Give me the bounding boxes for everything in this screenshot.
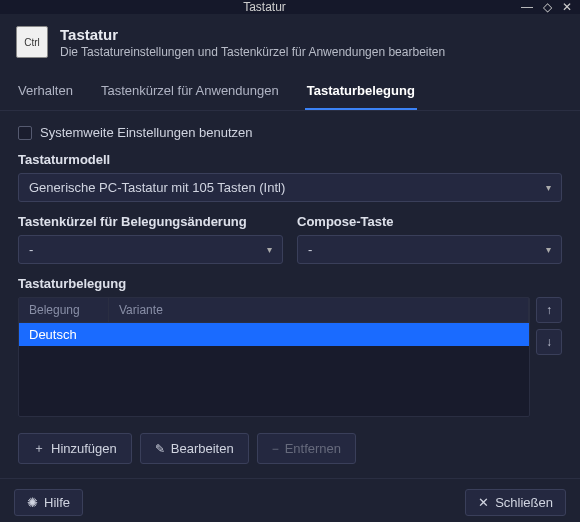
content: Systemweite Einstellungen benutzen Tasta… bbox=[0, 111, 580, 478]
add-button[interactable]: ＋ Hinzufügen bbox=[18, 433, 132, 464]
shortcut-value: - bbox=[29, 242, 33, 257]
compose-section: Compose-Taste - ▾ bbox=[297, 214, 562, 264]
layout-section: Tastaturbelegung Belegung Variante Deuts… bbox=[18, 276, 562, 417]
header-text: Tastatur Die Tastatureinstellungen und T… bbox=[60, 26, 445, 59]
layout-order-buttons: ↑ ↓ bbox=[536, 297, 562, 417]
table-header: Belegung Variante bbox=[19, 298, 529, 323]
checkbox-icon[interactable] bbox=[18, 126, 32, 140]
arrow-down-icon: ↓ bbox=[546, 335, 552, 349]
close-icon[interactable]: ✕ bbox=[562, 0, 572, 14]
window-controls: — ◇ ✕ bbox=[521, 0, 572, 14]
remove-button[interactable]: − Entfernen bbox=[257, 433, 356, 464]
tab-tastenkuerzel[interactable]: Tastenkürzel für Anwendungen bbox=[99, 73, 281, 110]
layout-table: Belegung Variante Deutsch bbox=[18, 297, 530, 417]
model-value: Generische PC-Tastatur mit 105 Tasten (I… bbox=[29, 180, 285, 195]
row-belegung: Deutsch bbox=[29, 327, 77, 342]
move-up-button[interactable]: ↑ bbox=[536, 297, 562, 323]
action-buttons: ＋ Hinzufügen ✎ Bearbeiten − Entfernen bbox=[18, 433, 562, 464]
add-label: Hinzufügen bbox=[51, 441, 117, 456]
plus-icon: ＋ bbox=[33, 440, 45, 457]
chevron-down-icon: ▾ bbox=[546, 182, 551, 193]
tab-verhalten[interactable]: Verhalten bbox=[16, 73, 75, 110]
minus-icon: − bbox=[272, 442, 279, 456]
footer: ✺ Hilfe ✕ Schließen bbox=[0, 478, 580, 522]
keyboard-icon: Ctrl bbox=[16, 26, 48, 58]
tabs: Verhalten Tastenkürzel für Anwendungen T… bbox=[0, 73, 580, 111]
compose-label: Compose-Taste bbox=[297, 214, 562, 229]
model-label: Tastaturmodell bbox=[18, 152, 562, 167]
titlebar: Tastatur — ◇ ✕ bbox=[0, 0, 580, 14]
minimize-icon[interactable]: — bbox=[521, 0, 533, 14]
col-belegung[interactable]: Belegung bbox=[19, 298, 109, 322]
window: Tastatur — ◇ ✕ Ctrl Tastatur Die Tastatu… bbox=[0, 0, 580, 522]
close-button[interactable]: ✕ Schließen bbox=[465, 489, 566, 516]
edit-label: Bearbeiten bbox=[171, 441, 234, 456]
help-button[interactable]: ✺ Hilfe bbox=[14, 489, 83, 516]
arrow-up-icon: ↑ bbox=[546, 303, 552, 317]
shortcut-dropdown[interactable]: - ▾ bbox=[18, 235, 283, 264]
chevron-down-icon: ▾ bbox=[546, 244, 551, 255]
tab-tastaturbelegung[interactable]: Tastaturbelegung bbox=[305, 73, 417, 110]
help-label: Hilfe bbox=[44, 495, 70, 510]
layout-area: Belegung Variante Deutsch ↑ ↓ bbox=[18, 297, 562, 417]
layout-label: Tastaturbelegung bbox=[18, 276, 562, 291]
compose-value: - bbox=[308, 242, 312, 257]
header: Ctrl Tastatur Die Tastatureinstellungen … bbox=[0, 14, 580, 67]
model-section: Tastaturmodell Generische PC-Tastatur mi… bbox=[18, 152, 562, 202]
page-subtitle: Die Tastatureinstellungen und Tastenkürz… bbox=[60, 45, 445, 59]
edit-button[interactable]: ✎ Bearbeiten bbox=[140, 433, 249, 464]
compose-dropdown[interactable]: - ▾ bbox=[297, 235, 562, 264]
shortcut-section: Tastenkürzel für Belegungsänderung - ▾ bbox=[18, 214, 283, 264]
page-title: Tastatur bbox=[60, 26, 445, 43]
help-icon: ✺ bbox=[27, 495, 38, 510]
systemwide-checkbox-row[interactable]: Systemweite Einstellungen benutzen bbox=[18, 125, 562, 140]
shortcut-label: Tastenkürzel für Belegungsänderung bbox=[18, 214, 283, 229]
move-down-button[interactable]: ↓ bbox=[536, 329, 562, 355]
model-dropdown[interactable]: Generische PC-Tastatur mit 105 Tasten (I… bbox=[18, 173, 562, 202]
maximize-icon[interactable]: ◇ bbox=[543, 0, 552, 14]
two-col: Tastenkürzel für Belegungsänderung - ▾ C… bbox=[18, 214, 562, 264]
chevron-down-icon: ▾ bbox=[267, 244, 272, 255]
close-label: Schließen bbox=[495, 495, 553, 510]
col-variante[interactable]: Variante bbox=[109, 298, 529, 322]
pencil-icon: ✎ bbox=[155, 442, 165, 456]
table-row[interactable]: Deutsch bbox=[19, 323, 529, 346]
close-x-icon: ✕ bbox=[478, 495, 489, 510]
window-title: Tastatur bbox=[8, 0, 521, 14]
remove-label: Entfernen bbox=[285, 441, 341, 456]
checkbox-label: Systemweite Einstellungen benutzen bbox=[40, 125, 252, 140]
